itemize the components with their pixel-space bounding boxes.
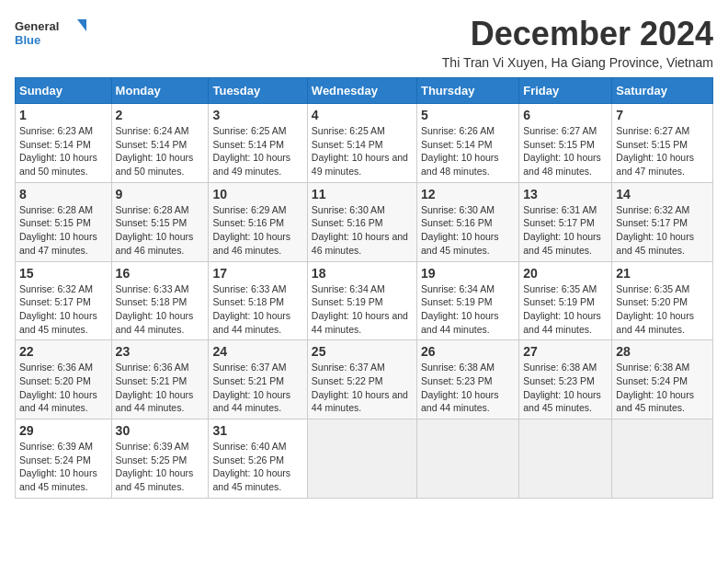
day-number: 11 (312, 187, 413, 201)
calendar-cell: 24 Sunrise: 6:37 AM Sunset: 5:21 PM Dayl… (209, 340, 307, 419)
day-info: Sunrise: 6:30 AM Sunset: 5:16 PM Dayligh… (421, 203, 515, 258)
day-info: Sunrise: 6:26 AM Sunset: 5:14 PM Dayligh… (421, 124, 515, 178)
svg-text:General: General (15, 19, 59, 33)
day-info: Sunrise: 6:39 AM Sunset: 5:25 PM Dayligh… (116, 440, 205, 494)
day-info: Sunrise: 6:23 AM Sunset: 5:14 PM Dayligh… (19, 124, 108, 178)
day-info: Sunrise: 6:28 AM Sunset: 5:15 PM Dayligh… (116, 203, 205, 258)
calendar-cell: 22 Sunrise: 6:36 AM Sunset: 5:20 PM Dayl… (16, 340, 112, 419)
day-info: Sunrise: 6:34 AM Sunset: 5:19 PM Dayligh… (421, 282, 515, 337)
header-saturday: Saturday (612, 78, 713, 104)
calendar-cell: 11 Sunrise: 6:30 AM Sunset: 5:16 PM Dayl… (307, 182, 416, 261)
weekday-header-row: Sunday Monday Tuesday Wednesday Thursday… (16, 78, 713, 104)
day-number: 4 (312, 108, 413, 122)
calendar-cell: 6 Sunrise: 6:27 AM Sunset: 5:15 PM Dayli… (519, 104, 612, 183)
calendar-cell: 1 Sunrise: 6:23 AM Sunset: 5:14 PM Dayli… (16, 104, 112, 183)
day-info: Sunrise: 6:37 AM Sunset: 5:21 PM Dayligh… (212, 361, 302, 415)
day-info: Sunrise: 6:39 AM Sunset: 5:24 PM Dayligh… (19, 440, 108, 494)
calendar-cell: 20 Sunrise: 6:35 AM Sunset: 5:19 PM Dayl… (519, 261, 612, 340)
calendar-week-row: 29 Sunrise: 6:39 AM Sunset: 5:24 PM Dayl… (16, 419, 713, 499)
day-number: 27 (523, 344, 608, 359)
day-info: Sunrise: 6:24 AM Sunset: 5:14 PM Dayligh… (116, 124, 205, 178)
calendar-cell: 13 Sunrise: 6:31 AM Sunset: 5:17 PM Dayl… (519, 182, 612, 261)
calendar-cell: 28 Sunrise: 6:38 AM Sunset: 5:24 PM Dayl… (612, 340, 713, 419)
calendar-cell: 26 Sunrise: 6:38 AM Sunset: 5:23 PM Dayl… (416, 340, 518, 419)
day-info: Sunrise: 6:28 AM Sunset: 5:15 PM Dayligh… (19, 203, 108, 258)
day-info: Sunrise: 6:33 AM Sunset: 5:18 PM Dayligh… (212, 282, 302, 337)
title-block: December 2024 Thi Tran Vi Xuyen, Ha Gian… (442, 15, 713, 70)
day-number: 23 (116, 344, 205, 359)
day-number: 12 (421, 187, 515, 201)
day-number: 22 (19, 344, 108, 359)
day-number: 19 (421, 266, 515, 281)
calendar-cell: 19 Sunrise: 6:34 AM Sunset: 5:19 PM Dayl… (416, 261, 518, 340)
calendar-cell: 29 Sunrise: 6:39 AM Sunset: 5:24 PM Dayl… (16, 419, 112, 499)
calendar-table: Sunday Monday Tuesday Wednesday Thursday… (15, 77, 713, 499)
logo: General Blue (15, 15, 88, 52)
calendar-cell: 14 Sunrise: 6:32 AM Sunset: 5:17 PM Dayl… (612, 182, 713, 261)
header-monday: Monday (111, 78, 209, 104)
day-number: 20 (523, 266, 608, 281)
calendar-cell: 17 Sunrise: 6:33 AM Sunset: 5:18 PM Dayl… (209, 261, 307, 340)
day-info: Sunrise: 6:32 AM Sunset: 5:17 PM Dayligh… (616, 203, 709, 258)
calendar-cell: 15 Sunrise: 6:32 AM Sunset: 5:17 PM Dayl… (16, 261, 112, 340)
day-info: Sunrise: 6:38 AM Sunset: 5:23 PM Dayligh… (523, 361, 608, 415)
day-number: 8 (19, 187, 108, 201)
day-number: 28 (616, 344, 709, 359)
day-number: 3 (212, 108, 302, 122)
calendar-cell: 16 Sunrise: 6:33 AM Sunset: 5:18 PM Dayl… (111, 261, 209, 340)
day-number: 15 (19, 266, 108, 281)
calendar-cell (612, 419, 713, 499)
day-number: 1 (19, 108, 108, 122)
calendar-cell: 3 Sunrise: 6:25 AM Sunset: 5:14 PM Dayli… (209, 104, 307, 183)
calendar-cell (416, 419, 518, 499)
calendar-cell: 27 Sunrise: 6:38 AM Sunset: 5:23 PM Dayl… (519, 340, 612, 419)
calendar-cell: 31 Sunrise: 6:40 AM Sunset: 5:26 PM Dayl… (209, 419, 307, 499)
day-info: Sunrise: 6:30 AM Sunset: 5:16 PM Dayligh… (312, 203, 413, 258)
day-info: Sunrise: 6:32 AM Sunset: 5:17 PM Dayligh… (19, 282, 108, 337)
day-info: Sunrise: 6:35 AM Sunset: 5:20 PM Dayligh… (616, 282, 709, 337)
day-number: 2 (116, 108, 205, 122)
day-info: Sunrise: 6:31 AM Sunset: 5:17 PM Dayligh… (523, 203, 608, 258)
header-thursday: Thursday (416, 78, 518, 104)
header-area: General Blue December 2024 Thi Tran Vi X… (15, 15, 713, 70)
day-info: Sunrise: 6:38 AM Sunset: 5:23 PM Dayligh… (421, 361, 515, 415)
month-year: December 2024 (442, 15, 713, 53)
day-number: 6 (523, 108, 608, 122)
header-friday: Friday (519, 78, 612, 104)
calendar-cell: 7 Sunrise: 6:27 AM Sunset: 5:15 PM Dayli… (612, 104, 713, 183)
day-info: Sunrise: 6:27 AM Sunset: 5:15 PM Dayligh… (616, 124, 709, 178)
calendar-cell: 9 Sunrise: 6:28 AM Sunset: 5:15 PM Dayli… (111, 182, 209, 261)
location: Thi Tran Vi Xuyen, Ha Giang Province, Vi… (442, 55, 713, 70)
day-info: Sunrise: 6:29 AM Sunset: 5:16 PM Dayligh… (212, 203, 302, 258)
calendar-cell: 23 Sunrise: 6:36 AM Sunset: 5:21 PM Dayl… (111, 340, 209, 419)
day-info: Sunrise: 6:25 AM Sunset: 5:14 PM Dayligh… (312, 124, 413, 178)
svg-text:Blue: Blue (15, 33, 40, 47)
day-info: Sunrise: 6:25 AM Sunset: 5:14 PM Dayligh… (212, 124, 302, 178)
day-number: 30 (116, 423, 205, 438)
day-info: Sunrise: 6:34 AM Sunset: 5:19 PM Dayligh… (312, 282, 413, 337)
day-number: 21 (616, 266, 709, 281)
calendar-cell: 12 Sunrise: 6:30 AM Sunset: 5:16 PM Dayl… (416, 182, 518, 261)
header-wednesday: Wednesday (307, 78, 416, 104)
svg-marker-2 (77, 19, 86, 31)
day-number: 7 (616, 108, 709, 122)
day-number: 18 (312, 266, 413, 281)
day-info: Sunrise: 6:37 AM Sunset: 5:22 PM Dayligh… (312, 361, 413, 415)
day-number: 24 (212, 344, 302, 359)
calendar-cell (307, 419, 416, 499)
header-sunday: Sunday (16, 78, 112, 104)
calendar-cell (519, 419, 612, 499)
day-number: 26 (421, 344, 515, 359)
calendar-cell: 4 Sunrise: 6:25 AM Sunset: 5:14 PM Dayli… (307, 104, 416, 183)
day-info: Sunrise: 6:40 AM Sunset: 5:26 PM Dayligh… (212, 440, 302, 494)
calendar-cell: 5 Sunrise: 6:26 AM Sunset: 5:14 PM Dayli… (416, 104, 518, 183)
day-info: Sunrise: 6:27 AM Sunset: 5:15 PM Dayligh… (523, 124, 608, 178)
day-number: 31 (212, 423, 302, 438)
calendar-cell: 30 Sunrise: 6:39 AM Sunset: 5:25 PM Dayl… (111, 419, 209, 499)
day-info: Sunrise: 6:38 AM Sunset: 5:24 PM Dayligh… (616, 361, 709, 415)
day-info: Sunrise: 6:33 AM Sunset: 5:18 PM Dayligh… (116, 282, 205, 337)
calendar-cell: 8 Sunrise: 6:28 AM Sunset: 5:15 PM Dayli… (16, 182, 112, 261)
calendar-week-row: 22 Sunrise: 6:36 AM Sunset: 5:20 PM Dayl… (16, 340, 713, 419)
calendar-week-row: 15 Sunrise: 6:32 AM Sunset: 5:17 PM Dayl… (16, 261, 713, 340)
day-number: 10 (212, 187, 302, 201)
